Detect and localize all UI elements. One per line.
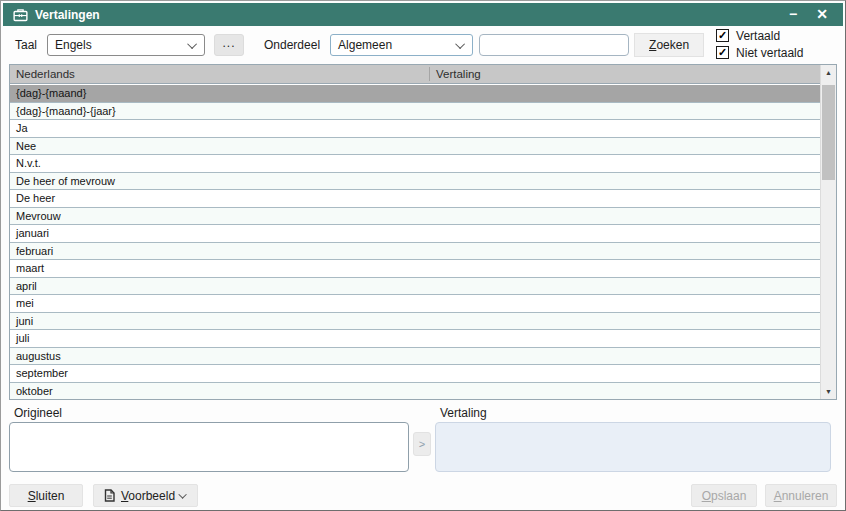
cell-nederlands: Ja [10, 122, 28, 134]
close-dialog-button[interactable]: Sluiten [9, 484, 83, 507]
search-input[interactable] [479, 34, 629, 56]
table-row[interactable]: januari [10, 225, 820, 243]
toolbar: Taal Engels ... Onderdeel Algemeen Zoeke… [1, 26, 845, 64]
cell-nederlands: {dag}-{maand} [10, 87, 86, 99]
scroll-down-icon[interactable]: ▼ [821, 384, 836, 399]
cell-nederlands: januari [10, 227, 49, 239]
scroll-up-icon[interactable]: ▲ [821, 65, 836, 80]
checkbox-row-niet-vertaald[interactable]: ✓ Niet vertaald [716, 46, 803, 60]
section-dropdown[interactable]: Algemeen [330, 34, 473, 56]
column-header-vertaling[interactable]: Vertaling [436, 68, 481, 80]
cell-nederlands: februari [10, 245, 53, 257]
cell-nederlands: Nee [10, 140, 36, 152]
cell-nederlands: N.v.t. [10, 157, 41, 169]
table-row[interactable]: Ja [10, 120, 820, 138]
cancel-button[interactable]: Annuleren [765, 484, 837, 507]
language-dropdown[interactable]: Engels [47, 34, 205, 56]
table-row[interactable]: augustus [10, 348, 820, 366]
table-row[interactable]: Mevrouw [10, 208, 820, 226]
chevron-down-icon [178, 490, 186, 498]
cell-nederlands: De heer [10, 192, 55, 204]
search-button[interactable]: Zoeken [634, 33, 704, 57]
table-row[interactable]: {dag}-{maand}-{jaar} [10, 103, 820, 121]
column-header-nederlands[interactable]: Nederlands [10, 68, 75, 80]
table-row[interactable]: De heer of mevrouw [10, 173, 820, 191]
cell-nederlands: augustus [10, 350, 61, 362]
table-row[interactable]: {dag}-{maand} [10, 85, 820, 103]
cell-nederlands: De heer of mevrouw [10, 175, 115, 187]
cell-nederlands: Mevrouw [10, 210, 61, 222]
translation-label: Vertaling [435, 403, 831, 422]
original-label: Origineel [9, 403, 409, 422]
vertalingen-dialog: Vertalingen − ✕ Taal Engels ... Onderdee… [0, 0, 846, 511]
table-row[interactable]: juni [10, 313, 820, 331]
checkbox-vertaald[interactable]: ✓ [716, 29, 729, 42]
cell-nederlands: mei [10, 297, 34, 309]
translation-textarea[interactable] [435, 422, 831, 472]
scrollbar-thumb[interactable] [822, 85, 835, 180]
cell-nederlands: oktober [10, 385, 53, 397]
close-button[interactable]: ✕ [811, 4, 833, 25]
cell-nederlands: juni [10, 315, 33, 327]
titlebar: Vertalingen − ✕ [3, 3, 843, 26]
more-languages-button[interactable]: ... [214, 34, 244, 56]
language-dropdown-value: Engels [55, 38, 190, 52]
transfer-button[interactable]: > [413, 432, 431, 456]
translations-table: Nederlands Vertaling {dag}-{maand}{dag}-… [9, 64, 837, 400]
cell-nederlands: april [10, 280, 37, 292]
preview-button[interactable]: Voorbeeld [93, 484, 198, 507]
cell-nederlands: maart [10, 262, 44, 274]
preview-button-label: Voorbeeld [121, 489, 175, 503]
checkbox-niet-vertaald[interactable]: ✓ [716, 46, 729, 59]
checkbox-niet-vertaald-label: Niet vertaald [736, 46, 803, 60]
footer-button-bar: Sluiten Voorbeeld Opslaan Annuleren [1, 484, 845, 507]
table-row[interactable]: april [10, 278, 820, 296]
cell-nederlands: juli [10, 332, 29, 344]
table-row[interactable]: N.v.t. [10, 155, 820, 173]
cell-nederlands: september [10, 367, 68, 379]
table-row[interactable]: oktober [10, 383, 820, 401]
checkbox-row-vertaald[interactable]: ✓ Vertaald [716, 29, 803, 43]
original-textarea[interactable] [9, 422, 409, 472]
table-row[interactable]: juli [10, 330, 820, 348]
column-divider [429, 67, 430, 81]
cell-nederlands: {dag}-{maand}-{jaar} [10, 105, 116, 117]
section-dropdown-value: Algemeen [338, 38, 458, 52]
checkbox-vertaald-label: Vertaald [736, 29, 780, 43]
save-button[interactable]: Opslaan [691, 484, 757, 507]
briefcase-icon [13, 8, 28, 22]
vertical-scrollbar[interactable]: ▲ ▼ [820, 65, 836, 399]
minimize-button[interactable]: − [782, 4, 804, 25]
table-row[interactable]: maart [10, 260, 820, 278]
table-row[interactable]: september [10, 365, 820, 383]
edit-panel: Origineel > Vertaling [1, 400, 845, 472]
table-body: {dag}-{maand}{dag}-{maand}-{jaar}JaNeeN.… [10, 85, 820, 399]
table-row[interactable]: De heer [10, 190, 820, 208]
language-label: Taal [15, 38, 37, 52]
filter-checkboxes: ✓ Vertaald ✓ Niet vertaald [716, 29, 803, 60]
window-title: Vertalingen [35, 8, 100, 22]
table-header: Nederlands Vertaling [10, 65, 836, 84]
table-row[interactable]: februari [10, 243, 820, 261]
table-row[interactable]: mei [10, 295, 820, 313]
table-row[interactable]: Nee [10, 138, 820, 156]
document-icon [104, 489, 115, 502]
section-label: Onderdeel [264, 38, 320, 52]
